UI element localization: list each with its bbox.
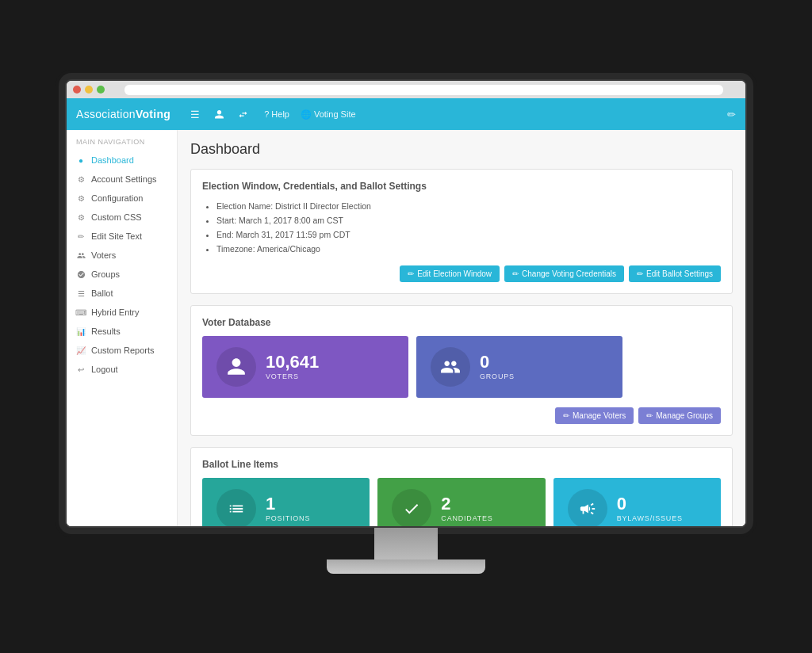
menu-icon[interactable]: ☰ bbox=[186, 105, 204, 123]
groups-icon bbox=[76, 269, 86, 279]
monitor-stand-neck bbox=[374, 528, 438, 559]
header-nav: ? Edit Election Window Help 🌐 Voting Sit… bbox=[264, 109, 355, 120]
main-content: Dashboard Election Window, Credentials, … bbox=[178, 130, 745, 526]
voters-stat-info: 10,641 VOTERS bbox=[266, 353, 319, 380]
change-voting-credentials-button[interactable]: ✏ Change Voting Credentials bbox=[504, 265, 624, 282]
sidebar-item-voters[interactable]: Voters bbox=[67, 246, 177, 265]
logo-regular: Association bbox=[76, 108, 136, 120]
sidebar-item-configuration[interactable]: ⚙ Configuration bbox=[67, 189, 177, 208]
help-icon: ? bbox=[264, 109, 269, 119]
sidebar-item-hybrid-entry[interactable]: ⌨ Hybrid Entry bbox=[67, 303, 177, 322]
positions-stat-card: 1 POSITIONS bbox=[202, 478, 370, 526]
voter-database-actions: ✏ Manage Voters ✏ Manage Groups bbox=[202, 407, 721, 424]
user-icon[interactable] bbox=[210, 105, 228, 123]
header-pencil-icon[interactable]: ✏ bbox=[727, 109, 736, 120]
sidebar-item-logout[interactable]: ↩ Logout bbox=[67, 360, 177, 379]
groups-count: 0 bbox=[480, 353, 515, 371]
custom-reports-icon: 📈 bbox=[76, 346, 86, 355]
sidebar-item-groups[interactable]: Groups bbox=[67, 265, 177, 284]
sidebar-item-label: Results bbox=[91, 326, 121, 336]
sidebar-item-edit-site-text[interactable]: ✏ Edit Site Text bbox=[67, 227, 177, 246]
globe-icon: 🌐 bbox=[301, 109, 312, 120]
ballot-stats-row: 1 POSITIONS 2 CANDIDATES bbox=[202, 478, 721, 526]
sidebar-item-label: Voters bbox=[91, 250, 116, 260]
voters-count: 10,641 bbox=[266, 353, 319, 371]
dashboard-icon: ● bbox=[76, 155, 86, 165]
voter-database-section: Voter Database 10,641 VOTERS bbox=[190, 305, 733, 436]
page-title: Dashboard bbox=[190, 141, 733, 158]
positions-stat-info: 1 POSITIONS bbox=[266, 495, 310, 522]
manage-groups-icon: ✏ bbox=[646, 411, 653, 420]
ballot-section: Ballot Line Items 1 POSITIONS bbox=[190, 447, 733, 526]
header-icon-group: ☰ bbox=[186, 105, 251, 123]
address-bar[interactable] bbox=[124, 85, 723, 95]
edit-site-text-icon: ✏ bbox=[76, 231, 86, 241]
configuration-icon: ⚙ bbox=[76, 193, 86, 203]
election-timezone-item: Timezone: America/Chicago bbox=[216, 242, 721, 257]
edit-election-window-label: Edit Election Window bbox=[417, 269, 492, 278]
manage-voters-label: Manage Voters bbox=[573, 411, 626, 420]
sidebar-item-results[interactable]: 📊 Results bbox=[67, 322, 177, 341]
credentials-icon: ✏ bbox=[512, 269, 519, 278]
sidebar-item-label: Logout bbox=[91, 365, 118, 374]
edit-ballot-settings-label: Edit Ballot Settings bbox=[646, 269, 713, 278]
election-section-title: Election Window, Credentials, and Ballot… bbox=[202, 181, 721, 192]
browser-top-bar bbox=[67, 81, 745, 98]
candidates-stat-icon bbox=[392, 489, 431, 526]
close-dot[interactable] bbox=[73, 86, 81, 94]
transfer-icon[interactable] bbox=[234, 105, 251, 123]
manage-voters-button[interactable]: ✏ Manage Voters bbox=[555, 407, 634, 424]
voters-stat-icon bbox=[216, 347, 256, 387]
groups-stat-card: 0 GROUPS bbox=[416, 336, 622, 398]
sidebar-title: Main Navigation bbox=[67, 138, 177, 151]
edit-election-window-button[interactable]: ✏ Edit Election Window bbox=[400, 265, 500, 282]
candidates-label: CANDIDATES bbox=[441, 514, 492, 522]
groups-stat-icon bbox=[431, 347, 470, 387]
voters-icon bbox=[76, 250, 86, 260]
sidebar-item-label: Dashboard bbox=[91, 155, 134, 165]
sidebar-item-custom-css[interactable]: ⚙ Custom CSS bbox=[67, 208, 177, 227]
app-body: Main Navigation ● Dashboard ⚙ Account Se… bbox=[67, 130, 745, 526]
candidates-stat-card: 2 CANDIDATES bbox=[377, 478, 545, 526]
account-settings-icon: ⚙ bbox=[76, 174, 86, 184]
monitor-frame: AssociationVoting ☰ ? Edit Election Wind… bbox=[65, 79, 747, 574]
custom-css-icon: ⚙ bbox=[76, 212, 86, 222]
sidebar-item-account-settings[interactable]: ⚙ Account Settings bbox=[67, 170, 177, 189]
app-container: AssociationVoting ☰ ? Edit Election Wind… bbox=[67, 98, 745, 526]
bylaws-stat-card: 0 BYLAWS/ISSUES bbox=[553, 478, 721, 526]
sidebar: Main Navigation ● Dashboard ⚙ Account Se… bbox=[67, 130, 178, 526]
logout-icon: ↩ bbox=[76, 365, 86, 374]
sidebar-item-label: Custom CSS bbox=[91, 212, 142, 222]
edit-ballot-settings-button[interactable]: ✏ Edit Ballot Settings bbox=[629, 265, 721, 282]
ballot-icon: ☰ bbox=[76, 288, 86, 298]
manage-voters-icon: ✏ bbox=[563, 411, 569, 420]
groups-stat-info: 0 GROUPS bbox=[480, 353, 515, 380]
election-end-item: End: March 31, 2017 11:59 pm CDT bbox=[216, 228, 721, 242]
sidebar-item-ballot[interactable]: ☰ Ballot bbox=[67, 284, 177, 303]
manage-groups-button[interactable]: ✏ Manage Groups bbox=[638, 407, 721, 424]
election-info-list: Election Name: District II Director Elec… bbox=[202, 200, 721, 256]
election-section: Election Window, Credentials, and Ballot… bbox=[190, 169, 733, 294]
positions-count: 1 bbox=[266, 495, 310, 513]
bylaws-stat-info: 0 BYLAWS/ISSUES bbox=[617, 495, 683, 522]
voter-database-title: Voter Database bbox=[202, 317, 721, 328]
positions-stat-icon bbox=[216, 489, 256, 526]
groups-label: GROUPS bbox=[480, 372, 515, 380]
monitor-stand-base bbox=[327, 559, 485, 574]
sidebar-item-label: Configuration bbox=[91, 193, 143, 203]
bylaws-count: 0 bbox=[617, 495, 683, 513]
bylaws-stat-icon bbox=[568, 489, 607, 526]
expand-dot[interactable] bbox=[97, 86, 105, 94]
election-name-item: Election Name: District II Director Elec… bbox=[216, 200, 721, 214]
sidebar-item-dashboard[interactable]: ● Dashboard bbox=[67, 151, 177, 170]
sidebar-item-label: Edit Site Text bbox=[91, 231, 142, 241]
sidebar-item-label: Groups bbox=[91, 269, 120, 279]
manage-groups-label: Manage Groups bbox=[656, 411, 713, 420]
candidates-stat-info: 2 CANDIDATES bbox=[441, 495, 492, 522]
minimize-dot[interactable] bbox=[85, 86, 93, 94]
sidebar-item-label: Custom Reports bbox=[91, 346, 154, 355]
sidebar-item-custom-reports[interactable]: 📈 Custom Reports bbox=[67, 341, 177, 360]
voting-site-nav-item[interactable]: 🌐 Voting Site bbox=[301, 109, 356, 120]
help-nav-item[interactable]: ? Edit Election Window Help bbox=[264, 109, 289, 119]
monitor-screen: AssociationVoting ☰ ? Edit Election Wind… bbox=[65, 79, 747, 528]
